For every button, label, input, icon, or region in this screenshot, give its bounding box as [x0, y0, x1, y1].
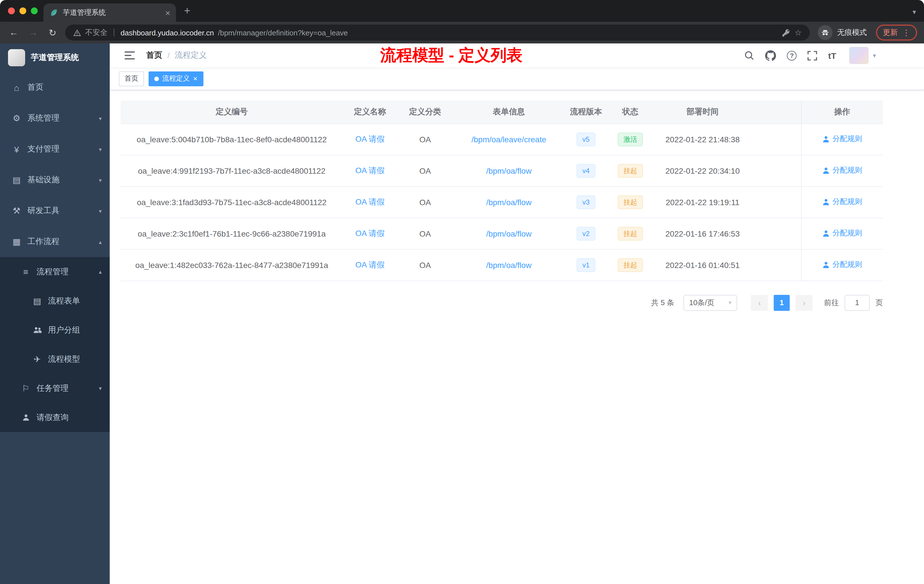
browser-menu-icon[interactable]: ⋮: [902, 28, 910, 37]
bookmark-star-icon[interactable]: ☆: [795, 28, 802, 37]
status-badge: 挂起: [618, 164, 643, 177]
form-link[interactable]: /bpm/oa/flow: [486, 229, 532, 238]
page-size-select[interactable]: 10条/页 ▾: [683, 295, 737, 310]
sidebar-item-infrastructure[interactable]: ▤ 基础设施 ▾: [0, 165, 110, 195]
sidebar-item-label: 用户分组: [48, 325, 102, 335]
forward-button[interactable]: →: [26, 26, 40, 40]
tag-home[interactable]: 首页: [119, 71, 144, 86]
cell-category: OA: [397, 218, 453, 249]
chevron-up-icon: ▴: [99, 269, 102, 275]
font-size-icon[interactable]: tT: [828, 51, 836, 60]
tag-close-icon[interactable]: ×: [193, 75, 198, 82]
page-goto-input[interactable]: [845, 295, 870, 310]
sidebar-item-process-manage[interactable]: ≡ 流程管理 ▴: [0, 257, 110, 286]
user-icon: [822, 167, 830, 174]
url-domain: dashboard.yudao.iocoder.cn: [120, 28, 214, 37]
browser-tab[interactable]: 芋道管理系统 ×: [43, 3, 176, 22]
sidebar-item-user-group[interactable]: 用户分组: [0, 315, 110, 345]
assign-rule-link[interactable]: 分配规则: [822, 228, 862, 239]
search-icon[interactable]: [744, 50, 754, 61]
version-badge: v3: [577, 195, 595, 209]
column-header-version: 流程版本: [564, 101, 607, 124]
assign-rule-link[interactable]: 分配规则: [822, 134, 862, 144]
table-row: oa_leave:1:482ec033-762a-11ec-8477-a2380…: [120, 249, 883, 280]
cell-filler: [752, 124, 801, 155]
cell-definition-id: oa_leave:1:482ec033-762a-11ec-8477-a2380…: [120, 249, 343, 280]
sidebar-item-label: 请假查询: [36, 412, 102, 422]
chevron-down-icon: ▾: [99, 177, 102, 183]
sidebar-item-label: 支付管理: [27, 144, 93, 154]
new-tab-button[interactable]: +: [176, 5, 190, 22]
paper-plane-icon: ✈: [32, 354, 42, 364]
back-button[interactable]: ←: [7, 26, 21, 40]
sidebar-item-process-model[interactable]: ✈ 流程模型: [0, 345, 110, 374]
sidebar-item-home[interactable]: ⌂ 首页: [0, 72, 110, 103]
browser-update-button[interactable]: 更新 ⋮: [876, 25, 917, 41]
tab-favicon-icon: [49, 8, 58, 17]
grid-icon: ▤: [12, 175, 22, 185]
version-badge: v5: [577, 132, 595, 146]
assign-rule-link[interactable]: 分配规则: [822, 197, 862, 207]
breadcrumb-separator: /: [167, 51, 170, 60]
prev-page-button[interactable]: ‹: [751, 295, 768, 310]
definition-name-link[interactable]: OA 请假: [355, 197, 385, 206]
avatar[interactable]: [850, 47, 869, 64]
version-badge: v4: [577, 164, 595, 177]
next-page-button[interactable]: ›: [795, 295, 813, 310]
sidebar-item-label: 流程模型: [48, 354, 102, 364]
definition-name-link[interactable]: OA 请假: [355, 165, 385, 175]
sidebar-item-task-manage[interactable]: ⚐ 任务管理 ▾: [0, 374, 110, 403]
version-badge: v1: [577, 258, 595, 272]
logo: 芋道管理系统: [0, 43, 110, 72]
reload-button[interactable]: ↻: [46, 26, 59, 40]
close-window-button[interactable]: [8, 7, 15, 14]
page-title-annotation: 流程模型 - 定义列表: [380, 45, 523, 66]
form-link[interactable]: /bpm/oa/flow: [486, 198, 532, 206]
password-key-icon[interactable]: [782, 28, 790, 37]
address-bar[interactable]: 不安全 dashboard.yudao.iocoder.cn /bpm/mana…: [65, 25, 810, 41]
table-row: oa_leave:4:991f2193-7b7f-11ec-a3c8-acde4…: [120, 155, 883, 186]
sidebar-item-payment[interactable]: ¥ 支付管理 ▾: [0, 134, 110, 165]
tab-search-chevron-icon[interactable]: ▾: [912, 8, 916, 16]
sidebar-item-leave-query[interactable]: 请假查询: [0, 403, 110, 432]
assign-rule-link[interactable]: 分配规则: [822, 165, 862, 176]
pagination: 共 5 条 10条/页 ▾ ‹ 1 › 前往 页: [120, 295, 883, 310]
assign-rule-link[interactable]: 分配规则: [822, 260, 862, 270]
sidebar-item-label: 任务管理: [36, 383, 93, 393]
column-header-status: 状态: [607, 101, 653, 124]
tag-process-definition[interactable]: 流程定义 ×: [148, 71, 203, 86]
tab-close-icon[interactable]: ×: [165, 8, 170, 17]
user-icon: [822, 261, 830, 269]
dashboard-icon: ⌂: [12, 82, 22, 92]
sidebar-toggle-icon[interactable]: [124, 49, 136, 62]
sidebar-item-workflow[interactable]: ▦ 工作流程 ▴: [0, 226, 110, 257]
navbar-actions: ? tT ▾: [744, 47, 876, 64]
fullscreen-icon[interactable]: [808, 51, 817, 60]
cell-category: OA: [397, 249, 453, 280]
cell-filler: [752, 155, 801, 186]
minimize-window-button[interactable]: [20, 7, 26, 14]
current-page-button[interactable]: 1: [774, 295, 790, 310]
url-path: /bpm/manager/definition?key=oa_leave: [218, 28, 348, 37]
breadcrumb-home[interactable]: 首页: [146, 50, 162, 61]
definition-name-link[interactable]: OA 请假: [355, 134, 385, 143]
column-header-category: 定义分类: [397, 101, 453, 124]
cell-category: OA: [397, 124, 453, 155]
briefcase-icon: ▦: [12, 237, 22, 247]
column-header-form: 表单信息: [453, 101, 564, 124]
sidebar-item-process-form[interactable]: ▤ 流程表单: [0, 286, 110, 315]
sidebar-item-devtools[interactable]: ⚒ 研发工具 ▾: [0, 195, 110, 226]
user-menu[interactable]: ▾: [850, 47, 876, 64]
form-link[interactable]: /bpm/oa/flow: [486, 166, 532, 175]
definition-name-link[interactable]: OA 请假: [355, 228, 385, 238]
help-icon[interactable]: ?: [787, 51, 797, 60]
form-link[interactable]: /bpm/oa/leave/create: [472, 135, 546, 144]
form-link[interactable]: /bpm/oa/flow: [486, 260, 532, 269]
sidebar-item-system[interactable]: ⚙ 系统管理 ▾: [0, 103, 110, 134]
cell-deploy-time: 2022-01-22 21:48:38: [653, 124, 752, 155]
maximize-window-button[interactable]: [31, 7, 38, 14]
workflow-submenu: ≡ 流程管理 ▴ ▤ 流程表单 用户分组 ✈ 流程模型: [0, 257, 110, 432]
github-icon[interactable]: [766, 50, 776, 61]
definition-name-link[interactable]: OA 请假: [355, 260, 385, 269]
page-unit-label: 页: [875, 297, 883, 308]
